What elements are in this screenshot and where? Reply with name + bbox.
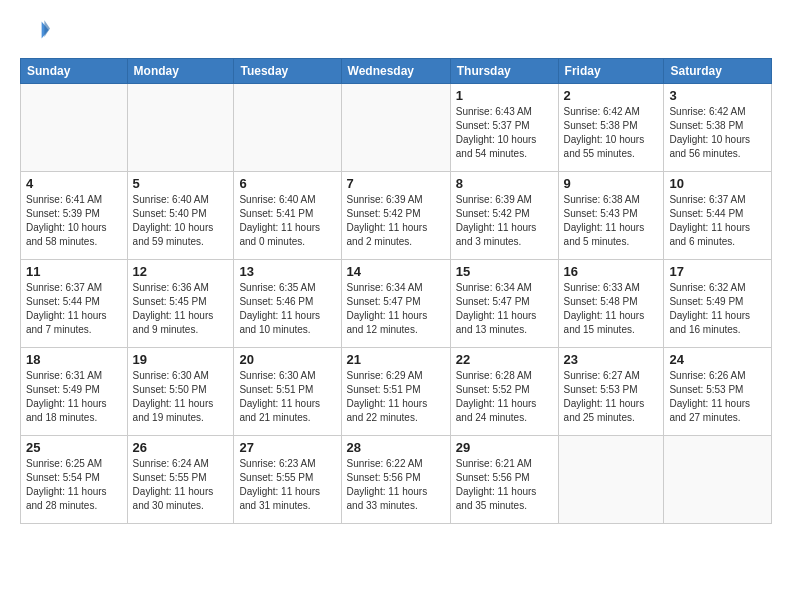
day-info: Sunrise: 6:38 AM Sunset: 5:43 PM Dayligh… (564, 193, 659, 249)
day-number: 9 (564, 176, 659, 191)
day-number: 17 (669, 264, 766, 279)
day-cell: 17Sunrise: 6:32 AM Sunset: 5:49 PM Dayli… (664, 260, 772, 348)
day-cell: 7Sunrise: 6:39 AM Sunset: 5:42 PM Daylig… (341, 172, 450, 260)
day-cell: 4Sunrise: 6:41 AM Sunset: 5:39 PM Daylig… (21, 172, 128, 260)
day-number: 23 (564, 352, 659, 367)
day-info: Sunrise: 6:37 AM Sunset: 5:44 PM Dayligh… (26, 281, 122, 337)
page: SundayMondayTuesdayWednesdayThursdayFrid… (0, 0, 792, 612)
day-info: Sunrise: 6:42 AM Sunset: 5:38 PM Dayligh… (564, 105, 659, 161)
day-number: 4 (26, 176, 122, 191)
day-header-thursday: Thursday (450, 59, 558, 84)
day-info: Sunrise: 6:35 AM Sunset: 5:46 PM Dayligh… (239, 281, 335, 337)
day-cell: 19Sunrise: 6:30 AM Sunset: 5:50 PM Dayli… (127, 348, 234, 436)
day-number: 7 (347, 176, 445, 191)
day-cell: 1Sunrise: 6:43 AM Sunset: 5:37 PM Daylig… (450, 84, 558, 172)
day-cell: 27Sunrise: 6:23 AM Sunset: 5:55 PM Dayli… (234, 436, 341, 524)
day-cell: 6Sunrise: 6:40 AM Sunset: 5:41 PM Daylig… (234, 172, 341, 260)
day-cell (664, 436, 772, 524)
calendar-body: 1Sunrise: 6:43 AM Sunset: 5:37 PM Daylig… (21, 84, 772, 524)
day-info: Sunrise: 6:22 AM Sunset: 5:56 PM Dayligh… (347, 457, 445, 513)
day-cell: 20Sunrise: 6:30 AM Sunset: 5:51 PM Dayli… (234, 348, 341, 436)
day-cell: 15Sunrise: 6:34 AM Sunset: 5:47 PM Dayli… (450, 260, 558, 348)
day-number: 10 (669, 176, 766, 191)
header (20, 16, 772, 48)
day-number: 14 (347, 264, 445, 279)
day-info: Sunrise: 6:43 AM Sunset: 5:37 PM Dayligh… (456, 105, 553, 161)
day-info: Sunrise: 6:21 AM Sunset: 5:56 PM Dayligh… (456, 457, 553, 513)
day-number: 5 (133, 176, 229, 191)
day-cell: 13Sunrise: 6:35 AM Sunset: 5:46 PM Dayli… (234, 260, 341, 348)
day-info: Sunrise: 6:31 AM Sunset: 5:49 PM Dayligh… (26, 369, 122, 425)
day-number: 12 (133, 264, 229, 279)
day-info: Sunrise: 6:41 AM Sunset: 5:39 PM Dayligh… (26, 193, 122, 249)
day-number: 13 (239, 264, 335, 279)
day-number: 1 (456, 88, 553, 103)
day-cell: 18Sunrise: 6:31 AM Sunset: 5:49 PM Dayli… (21, 348, 128, 436)
day-cell: 12Sunrise: 6:36 AM Sunset: 5:45 PM Dayli… (127, 260, 234, 348)
day-header-saturday: Saturday (664, 59, 772, 84)
day-cell (234, 84, 341, 172)
day-number: 24 (669, 352, 766, 367)
day-cell (21, 84, 128, 172)
day-info: Sunrise: 6:25 AM Sunset: 5:54 PM Dayligh… (26, 457, 122, 513)
day-cell: 10Sunrise: 6:37 AM Sunset: 5:44 PM Dayli… (664, 172, 772, 260)
day-info: Sunrise: 6:39 AM Sunset: 5:42 PM Dayligh… (456, 193, 553, 249)
day-header-wednesday: Wednesday (341, 59, 450, 84)
day-info: Sunrise: 6:30 AM Sunset: 5:50 PM Dayligh… (133, 369, 229, 425)
day-number: 6 (239, 176, 335, 191)
day-cell: 14Sunrise: 6:34 AM Sunset: 5:47 PM Dayli… (341, 260, 450, 348)
day-number: 3 (669, 88, 766, 103)
day-number: 29 (456, 440, 553, 455)
calendar-header: SundayMondayTuesdayWednesdayThursdayFrid… (21, 59, 772, 84)
logo (20, 16, 50, 48)
day-info: Sunrise: 6:34 AM Sunset: 5:47 PM Dayligh… (347, 281, 445, 337)
day-info: Sunrise: 6:36 AM Sunset: 5:45 PM Dayligh… (133, 281, 229, 337)
day-info: Sunrise: 6:30 AM Sunset: 5:51 PM Dayligh… (239, 369, 335, 425)
week-row-4: 25Sunrise: 6:25 AM Sunset: 5:54 PM Dayli… (21, 436, 772, 524)
day-cell: 3Sunrise: 6:42 AM Sunset: 5:38 PM Daylig… (664, 84, 772, 172)
day-cell: 29Sunrise: 6:21 AM Sunset: 5:56 PM Dayli… (450, 436, 558, 524)
week-row-0: 1Sunrise: 6:43 AM Sunset: 5:37 PM Daylig… (21, 84, 772, 172)
day-info: Sunrise: 6:24 AM Sunset: 5:55 PM Dayligh… (133, 457, 229, 513)
day-info: Sunrise: 6:42 AM Sunset: 5:38 PM Dayligh… (669, 105, 766, 161)
day-info: Sunrise: 6:29 AM Sunset: 5:51 PM Dayligh… (347, 369, 445, 425)
day-number: 27 (239, 440, 335, 455)
day-number: 20 (239, 352, 335, 367)
day-cell: 11Sunrise: 6:37 AM Sunset: 5:44 PM Dayli… (21, 260, 128, 348)
day-cell: 28Sunrise: 6:22 AM Sunset: 5:56 PM Dayli… (341, 436, 450, 524)
day-info: Sunrise: 6:28 AM Sunset: 5:52 PM Dayligh… (456, 369, 553, 425)
day-info: Sunrise: 6:34 AM Sunset: 5:47 PM Dayligh… (456, 281, 553, 337)
day-info: Sunrise: 6:27 AM Sunset: 5:53 PM Dayligh… (564, 369, 659, 425)
day-number: 8 (456, 176, 553, 191)
day-header-sunday: Sunday (21, 59, 128, 84)
week-row-3: 18Sunrise: 6:31 AM Sunset: 5:49 PM Dayli… (21, 348, 772, 436)
day-cell: 23Sunrise: 6:27 AM Sunset: 5:53 PM Dayli… (558, 348, 664, 436)
day-cell: 9Sunrise: 6:38 AM Sunset: 5:43 PM Daylig… (558, 172, 664, 260)
day-cell (127, 84, 234, 172)
header-row: SundayMondayTuesdayWednesdayThursdayFrid… (21, 59, 772, 84)
day-cell: 2Sunrise: 6:42 AM Sunset: 5:38 PM Daylig… (558, 84, 664, 172)
day-number: 25 (26, 440, 122, 455)
day-number: 19 (133, 352, 229, 367)
day-number: 21 (347, 352, 445, 367)
day-cell: 26Sunrise: 6:24 AM Sunset: 5:55 PM Dayli… (127, 436, 234, 524)
day-number: 26 (133, 440, 229, 455)
day-number: 28 (347, 440, 445, 455)
day-number: 2 (564, 88, 659, 103)
day-number: 15 (456, 264, 553, 279)
day-number: 22 (456, 352, 553, 367)
day-header-monday: Monday (127, 59, 234, 84)
day-number: 11 (26, 264, 122, 279)
day-cell: 21Sunrise: 6:29 AM Sunset: 5:51 PM Dayli… (341, 348, 450, 436)
day-number: 16 (564, 264, 659, 279)
day-info: Sunrise: 6:32 AM Sunset: 5:49 PM Dayligh… (669, 281, 766, 337)
week-row-1: 4Sunrise: 6:41 AM Sunset: 5:39 PM Daylig… (21, 172, 772, 260)
day-info: Sunrise: 6:40 AM Sunset: 5:40 PM Dayligh… (133, 193, 229, 249)
day-cell (558, 436, 664, 524)
week-row-2: 11Sunrise: 6:37 AM Sunset: 5:44 PM Dayli… (21, 260, 772, 348)
calendar-table: SundayMondayTuesdayWednesdayThursdayFrid… (20, 58, 772, 524)
logo-icon (22, 16, 50, 44)
day-header-friday: Friday (558, 59, 664, 84)
day-info: Sunrise: 6:33 AM Sunset: 5:48 PM Dayligh… (564, 281, 659, 337)
day-info: Sunrise: 6:40 AM Sunset: 5:41 PM Dayligh… (239, 193, 335, 249)
